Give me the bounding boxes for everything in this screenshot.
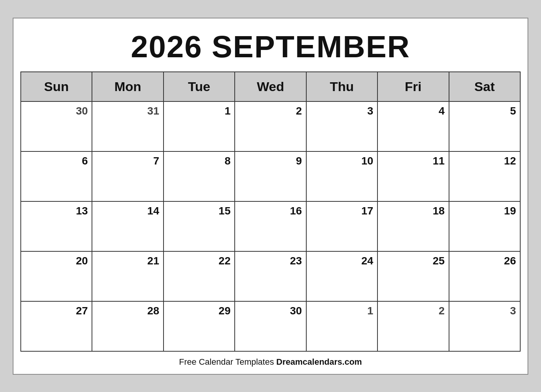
calendar-day-cell: 28: [92, 301, 163, 351]
calendar-week-row: 27282930123: [21, 301, 520, 351]
calendar-week-row: 6789101112: [21, 151, 520, 201]
calendar-day-cell: 3: [306, 101, 377, 151]
day-header-fri: Fri: [377, 72, 449, 101]
calendar-day-cell: 30: [21, 101, 92, 151]
calendar-day-cell: 13: [21, 201, 92, 251]
calendar-day-cell: 14: [92, 201, 163, 251]
calendar-day-cell: 15: [164, 201, 235, 251]
calendar-day-cell: 2: [377, 301, 449, 351]
day-header-tue: Tue: [164, 72, 235, 101]
calendar-day-cell: 11: [377, 151, 449, 201]
calendar-title: 2026 SEPTEMBER: [20, 25, 521, 71]
calendar-day-cell: 19: [449, 201, 520, 251]
calendar-day-cell: 10: [306, 151, 377, 201]
calendar-day-cell: 4: [377, 101, 449, 151]
calendar-day-cell: 3: [449, 301, 520, 351]
calendar-footer: Free Calendar Templates Dreamcalendars.c…: [20, 357, 521, 367]
calendar-day-cell: 24: [306, 251, 377, 301]
calendar-day-cell: 1: [306, 301, 377, 351]
calendar-day-cell: 30: [235, 301, 306, 351]
calendar-day-cell: 5: [449, 101, 520, 151]
calendar-day-cell: 22: [164, 251, 235, 301]
calendar-day-cell: 6: [21, 151, 92, 201]
calendar-day-cell: 25: [377, 251, 449, 301]
calendar-day-cell: 1: [164, 101, 235, 151]
calendar-day-cell: 17: [306, 201, 377, 251]
calendar-day-cell: 18: [377, 201, 449, 251]
calendar-day-cell: 26: [449, 251, 520, 301]
day-header-thu: Thu: [306, 72, 377, 101]
day-header-row: SunMonTueWedThuFriSat: [21, 72, 520, 101]
footer-bold-text: Dreamcalendars.com: [276, 357, 362, 367]
calendar-day-cell: 2: [235, 101, 306, 151]
calendar-day-cell: 21: [92, 251, 163, 301]
calendar-day-cell: 8: [164, 151, 235, 201]
calendar-day-cell: 23: [235, 251, 306, 301]
calendar-week-row: 13141516171819: [21, 201, 520, 251]
calendar-container: 2026 SEPTEMBER SunMonTueWedThuFriSat 303…: [13, 18, 528, 375]
calendar-day-cell: 12: [449, 151, 520, 201]
calendar-day-cell: 20: [21, 251, 92, 301]
calendar-day-cell: 29: [164, 301, 235, 351]
calendar-week-row: 20212223242526: [21, 251, 520, 301]
day-header-wed: Wed: [235, 72, 306, 101]
calendar-day-cell: 7: [92, 151, 163, 201]
calendar-table: SunMonTueWedThuFriSat 303112345678910111…: [20, 71, 521, 352]
calendar-day-cell: 16: [235, 201, 306, 251]
footer-normal-text: Free Calendar Templates: [179, 357, 276, 367]
calendar-day-cell: 9: [235, 151, 306, 201]
calendar-day-cell: 31: [92, 101, 163, 151]
calendar-day-cell: 27: [21, 301, 92, 351]
day-header-sun: Sun: [21, 72, 92, 101]
day-header-mon: Mon: [92, 72, 163, 101]
day-header-sat: Sat: [449, 72, 520, 101]
calendar-week-row: 303112345: [21, 101, 520, 151]
